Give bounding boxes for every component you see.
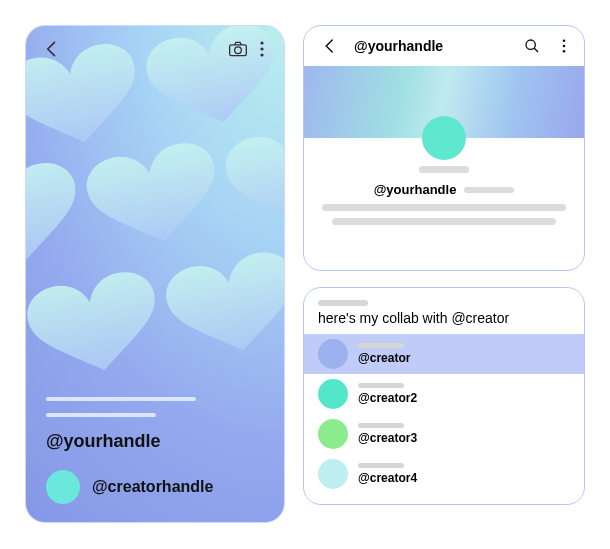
suggestion-avatar xyxy=(318,459,348,489)
story-topbar xyxy=(26,26,284,72)
profile-preview-card: @yourhandle @yourhandle xyxy=(303,25,585,271)
more-icon[interactable] xyxy=(252,35,272,63)
svg-point-5 xyxy=(526,40,535,49)
svg-point-3 xyxy=(260,47,263,50)
camera-icon[interactable] xyxy=(224,35,252,63)
collab-suggestion-item[interactable]: @creator3 xyxy=(304,414,584,454)
suggestion-body: @creator xyxy=(358,343,410,365)
suggestion-body: @creator2 xyxy=(358,383,417,405)
placeholder-line xyxy=(322,204,566,211)
placeholder-line xyxy=(464,187,514,193)
more-icon[interactable] xyxy=(556,32,572,60)
collab-suggestion-item[interactable]: @creator4 xyxy=(304,454,584,494)
collab-suggestion-item[interactable]: @creator xyxy=(304,334,584,374)
story-caption-area: @yourhandle @creatorhandle xyxy=(26,383,284,522)
collab-picker-card: here's my collab with @creator @creator@… xyxy=(303,287,585,505)
back-icon[interactable] xyxy=(38,35,66,63)
caption-placeholder-line xyxy=(46,413,156,417)
svg-point-2 xyxy=(260,41,263,44)
profile-title: @yourhandle xyxy=(354,38,508,54)
collaborator-avatar xyxy=(46,470,80,504)
caption-placeholder-line xyxy=(46,397,196,401)
profile-handle: @yourhandle xyxy=(374,182,457,197)
suggestion-body: @creator3 xyxy=(358,423,417,445)
search-icon[interactable] xyxy=(518,32,546,60)
collaborator-handle: @creatorhandle xyxy=(92,478,213,496)
suggestion-handle: @creator4 xyxy=(358,471,417,485)
collab-suggestion-list: @creator@creator2@creator3@creator4 xyxy=(304,334,584,494)
collaborator-row[interactable]: @creatorhandle xyxy=(46,470,264,504)
placeholder-line xyxy=(358,383,404,388)
suggestion-body: @creator4 xyxy=(358,463,417,485)
suggestion-avatar xyxy=(318,419,348,449)
suggestion-avatar xyxy=(318,379,348,409)
collab-caption: here's my collab with @creator xyxy=(318,310,570,326)
svg-point-8 xyxy=(563,50,566,53)
collab-suggestion-item[interactable]: @creator2 xyxy=(304,374,584,414)
svg-point-4 xyxy=(260,53,263,56)
profile-avatar[interactable] xyxy=(422,116,466,160)
primary-handle: @yourhandle xyxy=(46,431,264,452)
suggestion-handle: @creator2 xyxy=(358,391,417,405)
suggestion-handle: @creator3 xyxy=(358,431,417,445)
placeholder-line xyxy=(358,463,404,468)
placeholder-line xyxy=(358,423,404,428)
placeholder-line xyxy=(318,300,368,306)
svg-point-7 xyxy=(563,45,566,48)
back-icon[interactable] xyxy=(316,32,344,60)
placeholder-line xyxy=(419,166,469,173)
placeholder-line xyxy=(358,343,404,348)
placeholder-line xyxy=(332,218,556,225)
suggestion-avatar xyxy=(318,339,348,369)
suggestion-handle: @creator xyxy=(358,351,410,365)
svg-point-6 xyxy=(563,39,566,42)
profile-topbar: @yourhandle xyxy=(304,26,584,66)
story-composer-phone: @yourhandle @creatorhandle xyxy=(25,25,285,523)
svg-point-1 xyxy=(235,47,242,54)
